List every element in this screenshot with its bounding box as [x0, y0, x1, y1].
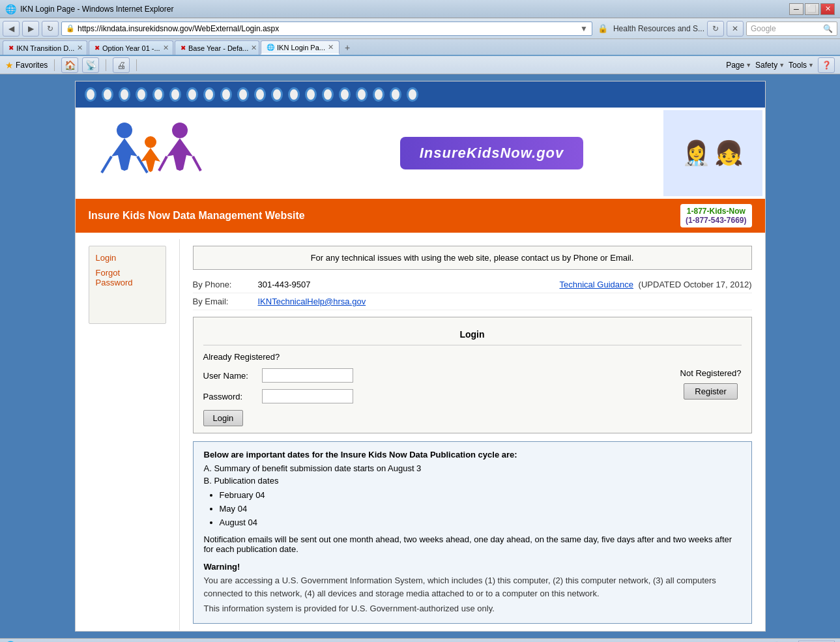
- info-title: Below are important dates for the Insure…: [204, 450, 741, 460]
- ring-7: [186, 87, 198, 102]
- notice-text: For any technical issues with using the …: [311, 253, 634, 263]
- forgot-password-link[interactable]: Forgot Password: [96, 268, 159, 287]
- ring-19: [390, 87, 401, 102]
- child-icon: 👧: [714, 139, 744, 167]
- search-icon[interactable]: 🔍: [823, 24, 833, 33]
- page-label: Page: [726, 61, 744, 70]
- not-registered-text: Not Registered?: [680, 368, 742, 378]
- email-link[interactable]: IKNTechnicalHelp@hrsa.gov: [258, 297, 366, 306]
- navigation-bar: ◀ ▶ ↻ 🔒 https://ikndata.insurekidsnow.go…: [0, 18, 840, 39]
- tab-close-2[interactable]: ✕: [163, 44, 169, 52]
- phone-number: 301-443-9507: [258, 280, 560, 289]
- ring-2: [102, 87, 113, 102]
- svg-line-1: [102, 156, 111, 173]
- password-row: Password:: [203, 389, 667, 403]
- ring-12: [271, 87, 283, 102]
- refresh-page-button[interactable]: ↻: [707, 21, 724, 36]
- left-nav: Login Forgot Password: [76, 239, 180, 630]
- safety-menu[interactable]: Safety ▼: [755, 61, 785, 70]
- toolbar-bar: ★ Favorites 🏠 📡 🖨 Page ▼ Safety ▼ Tools …: [0, 56, 840, 74]
- ring-16: [339, 87, 351, 102]
- refresh-button[interactable]: ↻: [42, 21, 59, 36]
- login-link[interactable]: Login: [96, 253, 159, 263]
- toolbar-right: Page ▼ Safety ▼ Tools ▼ ❓: [726, 57, 835, 73]
- forward-button[interactable]: ▶: [22, 21, 39, 36]
- print-button[interactable]: 🖨: [113, 57, 130, 73]
- ring-14: [305, 87, 317, 102]
- tab-close-3[interactable]: ✕: [251, 44, 257, 52]
- help-button[interactable]: ❓: [818, 57, 835, 73]
- register-button[interactable]: Register: [684, 383, 737, 400]
- warning-text-2: This information system is provided for …: [204, 602, 741, 615]
- header-photo: 👩‍⚕️ 👧: [661, 108, 765, 199]
- security-label: Health Resources and S...: [613, 24, 704, 33]
- ring-13: [288, 87, 300, 102]
- login-title: Login: [203, 324, 742, 345]
- tab-favicon-4: 🌐: [267, 44, 274, 51]
- info-line-a: A. Summary of benefit submission date st…: [204, 463, 741, 473]
- info-box: Below are important dates for the Insure…: [193, 441, 752, 624]
- minimize-button[interactable]: ─: [789, 3, 804, 15]
- technical-guidance-link[interactable]: Technical Guidance: [560, 280, 633, 289]
- back-button[interactable]: ◀: [3, 21, 20, 36]
- address-dropdown-icon[interactable]: ▼: [580, 24, 588, 33]
- home-button[interactable]: 🏠: [61, 57, 78, 73]
- ring-10: [237, 87, 249, 102]
- tab-close-1[interactable]: ✕: [77, 44, 83, 52]
- tab-label-3: Base Year - Defa...: [188, 44, 248, 52]
- tab-label-1: IKN Transition D...: [16, 44, 74, 52]
- tools-label: Tools: [789, 61, 807, 70]
- left-nav-paper: Login Forgot Password: [89, 246, 166, 324]
- phone-label: By Phone:: [193, 280, 258, 289]
- tab-favicon-3: ✖: [181, 44, 186, 51]
- logo-figures: [89, 117, 219, 189]
- page-menu[interactable]: Page ▼: [726, 61, 751, 70]
- tab-close-4[interactable]: ✕: [328, 43, 334, 51]
- date-2: May 04: [220, 502, 741, 516]
- safety-label: Safety: [755, 61, 777, 70]
- phone-line2: (1-877-543-7669): [686, 216, 746, 225]
- toolbar-separator-2: [106, 59, 106, 71]
- address-bar[interactable]: 🔒 https://ikndata.insurekidsnow.gov/WebE…: [61, 22, 592, 36]
- svg-line-5: [159, 156, 167, 171]
- orange-banner: Insure Kids Now Data Management Website …: [76, 199, 765, 233]
- page-inner: InsureKidsNow.gov 👩‍⚕️ 👧 Insure Kids Now…: [75, 81, 766, 632]
- safety-caret-icon: ▼: [779, 62, 785, 68]
- date-1: February 04: [220, 488, 741, 502]
- email-row: By Email: IKNTechnicalHelp@hrsa.gov: [193, 293, 752, 310]
- svg-point-0: [117, 123, 132, 138]
- ring-8: [203, 87, 215, 102]
- stop-button[interactable]: ✕: [727, 21, 744, 36]
- tab-option-year[interactable]: ✖ Option Year 01 -... ✕: [89, 40, 173, 55]
- tab-favicon-2: ✖: [94, 44, 100, 51]
- password-input[interactable]: [262, 389, 353, 403]
- email-label: By Email:: [193, 297, 258, 306]
- info-line-b: B. Publication dates: [204, 476, 741, 486]
- right-content: For any technical issues with using the …: [180, 239, 765, 630]
- tab-label-4: IKN Login Pa...: [277, 44, 325, 51]
- tab-base-year[interactable]: ✖ Base Year - Defa... ✕: [175, 40, 259, 55]
- username-input[interactable]: [262, 368, 353, 383]
- password-label: Password:: [203, 392, 262, 401]
- username-label: User Name:: [203, 371, 262, 381]
- notebook-rings: [76, 81, 765, 108]
- ring-5: [152, 87, 164, 102]
- tab-ikn-login[interactable]: 🌐 IKN Login Pa... ✕: [261, 40, 340, 55]
- tab-ikn-transition[interactable]: ✖ IKN Transition D... ✕: [3, 40, 87, 55]
- restore-button[interactable]: ⬜: [805, 3, 819, 15]
- ring-9: [220, 87, 232, 102]
- ring-11: [254, 87, 266, 102]
- page-wrapper: InsureKidsNow.gov 👩‍⚕️ 👧 Insure Kids Now…: [0, 74, 840, 638]
- favorites-button[interactable]: ★ Favorites: [5, 60, 48, 70]
- tools-menu[interactable]: Tools ▼: [789, 61, 814, 70]
- logo-svg: [89, 117, 219, 189]
- search-box[interactable]: Google 🔍: [746, 22, 837, 36]
- rss-button[interactable]: 📡: [82, 57, 99, 73]
- new-tab-button[interactable]: +: [341, 40, 354, 55]
- status-bar: 🌐 Internet | Protected Mode: On 🔒 ⚠ 105%…: [0, 638, 840, 642]
- login-button[interactable]: Login: [203, 410, 244, 426]
- ring-6: [169, 87, 181, 102]
- form-section: User Name: Password: Login Not Registere…: [203, 368, 742, 426]
- form-right: Not Registered? Register: [680, 368, 742, 400]
- close-button[interactable]: ✕: [820, 3, 835, 15]
